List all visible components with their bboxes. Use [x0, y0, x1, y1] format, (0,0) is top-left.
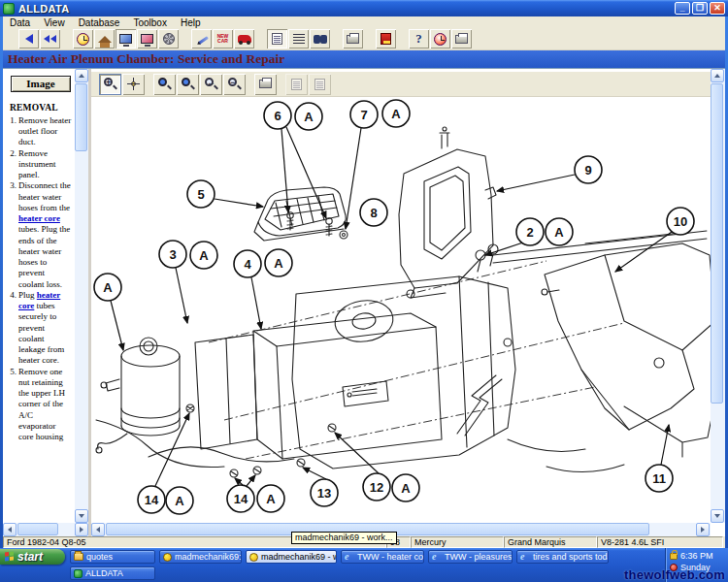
image-button[interactable]: Image: [11, 76, 71, 92]
gears-icon[interactable]: [158, 29, 179, 48]
svg-text:13: 13: [317, 486, 331, 501]
callout-A: A: [265, 249, 292, 276]
title-bar[interactable]: ALLDATA _ ❐ ✕: [0, 0, 728, 16]
content-area: Image REMOVAL 1. Remove heater outlet fl…: [3, 68, 725, 536]
callout-A: A: [257, 485, 284, 512]
svg-text:10: 10: [674, 214, 687, 229]
new-car-button[interactable]: NEW CAR: [213, 29, 233, 48]
pan-icon[interactable]: [122, 74, 145, 95]
svg-text:A: A: [391, 107, 401, 121]
image-horizontal-scrollbar[interactable]: [91, 523, 711, 537]
taskbar-item-messenger-1[interactable]: madmechanik69: Bud...: [159, 550, 242, 564]
svg-text:12: 12: [370, 480, 383, 495]
leader-line: [346, 128, 361, 229]
callout-13: 13: [311, 479, 338, 506]
callout-7: 7: [350, 101, 378, 128]
sidebar-vertical-scrollbar[interactable]: [75, 69, 88, 523]
callout-2: 2: [516, 218, 544, 245]
computer-icon[interactable]: [116, 29, 136, 48]
callout-A: A: [190, 242, 217, 269]
taskbar-item-alldata[interactable]: ALLDATA: [70, 566, 155, 580]
back-button[interactable]: [18, 29, 39, 48]
leader-line: [215, 199, 263, 207]
svg-text:9: 9: [584, 163, 591, 178]
tv-screen-icon[interactable]: [137, 29, 157, 48]
callout-A: A: [94, 274, 121, 301]
previous-image-icon[interactable]: [285, 74, 308, 95]
step-5: 5. Remove one nut retaining the upper LH…: [8, 367, 74, 443]
taskbar-item-browser-3[interactable]: e tires and sports today...: [516, 550, 609, 564]
callout-9: 9: [575, 156, 602, 183]
menu-toolbox[interactable]: Toolbox: [126, 17, 173, 28]
article-header: Heater Air Plenum Chamber: Service and R…: [3, 50, 725, 68]
clock-icon[interactable]: [430, 29, 450, 48]
svg-text:A: A: [274, 256, 283, 271]
car-return-icon[interactable]: [234, 29, 254, 48]
zoom-previous-icon[interactable]: ←: [200, 74, 222, 95]
page-print-icon[interactable]: [451, 29, 472, 48]
taskbar-tooltip: madmechanik69 - work...: [291, 532, 397, 544]
heater-core-link[interactable]: heater core: [18, 213, 60, 223]
svg-text:8: 8: [370, 206, 377, 220]
svg-text:A: A: [304, 110, 314, 124]
folder-icon: [74, 553, 83, 561]
red-book-icon[interactable]: [376, 29, 396, 48]
taskbar-item-quotes[interactable]: quotes: [70, 550, 155, 564]
start-button[interactable]: start: [0, 549, 65, 565]
sidebar-horizontal-scrollbar[interactable]: [3, 523, 88, 537]
taskbar: start quotes madmechanik69: Bud... madme…: [0, 548, 728, 582]
image-vertical-scrollbar[interactable]: [711, 69, 725, 523]
pen-icon[interactable]: [191, 29, 212, 48]
taskbar-item-browser-1[interactable]: e TWW - heater core in...: [341, 550, 424, 564]
menu-help[interactable]: Help: [174, 17, 208, 28]
leader-line: [661, 425, 669, 465]
exploded-diagram: 6A7A5982A103A4AA14A14A1312A11: [88, 98, 715, 522]
callout-5: 5: [187, 180, 215, 208]
alldata-window: ALLDATA _ ❐ ✕ Data View Database Toolbox…: [0, 0, 728, 582]
status-model: Grand Marquis: [504, 536, 597, 548]
page-title: Heater Air Plenum Chamber: Service and R…: [8, 51, 284, 67]
svg-text:11: 11: [652, 471, 666, 486]
svg-text:14: 14: [234, 492, 248, 506]
centerlines: [209, 261, 624, 459]
list-view-icon[interactable]: [288, 29, 309, 48]
leader-line: [176, 268, 187, 323]
leader-line: [235, 478, 243, 485]
messenger-icon: [163, 553, 172, 562]
taskbar-item-browser-2[interactable]: e TWW - pleasures - No...: [428, 550, 513, 564]
svg-text:A: A: [103, 280, 113, 295]
zoom-out-icon[interactable]: −: [223, 74, 246, 95]
svg-text:14: 14: [145, 493, 159, 507]
internet-explorer-icon: e: [520, 552, 530, 562]
printer-icon[interactable]: [343, 29, 363, 48]
callout-10: 10: [667, 208, 694, 235]
close-button[interactable]: ✕: [710, 2, 725, 15]
window-title: ALLDATA: [18, 3, 69, 15]
menu-view[interactable]: View: [37, 17, 72, 28]
zoom-area-icon[interactable]: [153, 74, 176, 95]
watermark: thewolfweb.com: [624, 567, 725, 582]
article-view-icon[interactable]: [267, 29, 287, 48]
zoom-dynamic-icon[interactable]: [177, 74, 199, 95]
callout-8: 8: [360, 199, 387, 226]
binoculars-icon[interactable]: [310, 29, 330, 48]
taskbar-item-messenger-2[interactable]: madmechanik69 - work...: [246, 550, 337, 564]
help-icon[interactable]: ?: [409, 29, 429, 48]
vehicle-history-icon[interactable]: [73, 29, 93, 48]
menu-data[interactable]: Data: [3, 17, 37, 28]
callout-A: A: [166, 487, 193, 514]
svg-text:6: 6: [274, 109, 281, 123]
svg-text:A: A: [175, 494, 184, 508]
menu-database[interactable]: Database: [72, 17, 127, 28]
minimize-button[interactable]: _: [675, 2, 690, 15]
shop-icon[interactable]: [94, 29, 115, 48]
back-all-button[interactable]: [40, 29, 60, 48]
next-image-icon[interactable]: [309, 74, 331, 95]
svg-text:2: 2: [526, 225, 533, 240]
zoom-in-icon[interactable]: +: [99, 74, 121, 95]
svg-text:A: A: [199, 248, 209, 263]
restore-button[interactable]: ❐: [692, 2, 708, 15]
svg-text:3: 3: [169, 247, 176, 262]
print-image-icon[interactable]: [254, 74, 277, 95]
new-car-label: NEW CAR: [215, 34, 231, 44]
